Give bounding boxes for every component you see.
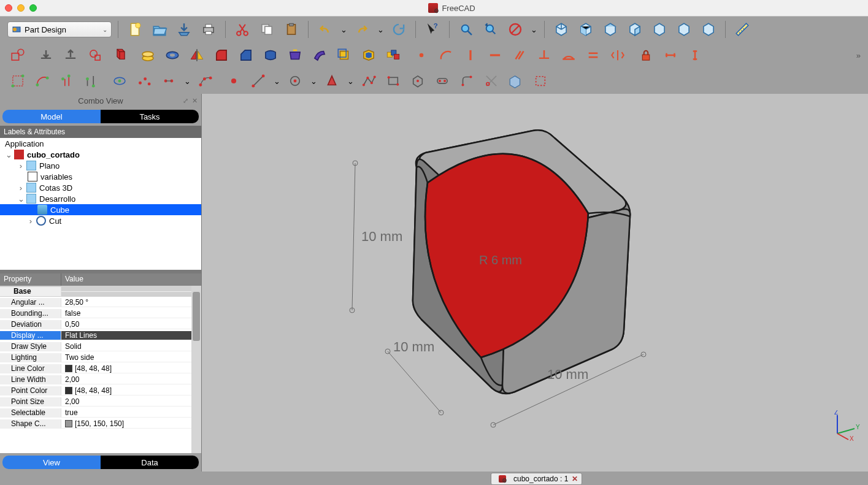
constraint-lock-button[interactable] <box>636 45 656 65</box>
constraint-arc-button[interactable] <box>436 45 456 65</box>
draw-style-button[interactable] <box>505 20 526 39</box>
prop-pointcolor[interactable]: Point Color <box>0 386 61 395</box>
workbench-selector[interactable]: Part Design ⌄ <box>7 21 112 37</box>
tree-item-cut[interactable]: Cut <box>48 216 61 226</box>
save-button[interactable] <box>174 20 194 39</box>
disclosure-icon[interactable]: › <box>27 216 34 226</box>
constraint-tangent-button[interactable] <box>558 45 579 65</box>
tree-item-doc[interactable]: cubo_cortado <box>26 150 80 159</box>
zoom-selection-button[interactable] <box>480 20 501 39</box>
redo-button[interactable] <box>351 20 372 39</box>
tree-item-variables[interactable]: variables <box>39 172 72 181</box>
minimize-button[interactable] <box>17 4 25 12</box>
tab-data[interactable]: Data <box>101 456 199 469</box>
maximize-button[interactable] <box>29 4 37 12</box>
constraint-distance-h-button[interactable] <box>660 45 681 65</box>
constraint-symmetric-button[interactable] <box>607 45 628 65</box>
tree-item-cotas[interactable]: Cotas 3D <box>38 183 72 193</box>
export-button[interactable] <box>60 45 81 65</box>
scrollbar[interactable] <box>191 286 201 453</box>
sketch-point-button[interactable] <box>223 71 244 91</box>
import-button[interactable] <box>36 45 56 65</box>
sketch-line2-button[interactable] <box>248 71 269 91</box>
constraint-point-button[interactable] <box>411 45 432 65</box>
sketch-spline-button[interactable] <box>195 71 216 91</box>
prop-display[interactable]: Display ... <box>0 331 61 340</box>
tree-item-plano[interactable]: Plano <box>38 161 60 170</box>
panel-close-icon[interactable]: ✕ <box>192 97 198 105</box>
close-button[interactable] <box>5 4 12 12</box>
sketch-cone-button[interactable] <box>321 71 342 91</box>
3d-viewport[interactable]: 10 mm 10 mm 10 mm R 6 mm Z Y X <box>202 94 868 472</box>
tab-model[interactable]: Model <box>2 110 101 123</box>
constraint-equal-button[interactable] <box>583 45 604 65</box>
sketch-circle-button[interactable] <box>56 71 77 91</box>
zoom-fit-button[interactable] <box>456 20 477 39</box>
copy-button[interactable] <box>256 20 277 39</box>
box-primitive-button[interactable] <box>109 45 130 65</box>
refresh-button[interactable] <box>388 20 409 39</box>
sketch-cone-dropdown[interactable]: ⌄ <box>346 77 355 86</box>
sketch-line-dropdown[interactable]: ⌄ <box>272 77 281 86</box>
panel-expand-icon[interactable]: ⤢ <box>183 97 188 105</box>
new-file-button[interactable] <box>125 20 145 39</box>
chamfer-button[interactable] <box>236 45 256 65</box>
sketch-fillet-button[interactable] <box>456 71 477 91</box>
undo-dropdown[interactable]: ⌄ <box>339 25 348 34</box>
tab-view[interactable]: View <box>2 456 101 469</box>
loft-button[interactable] <box>285 45 305 65</box>
view-rear-button[interactable] <box>649 20 670 39</box>
disclosure-icon[interactable]: › <box>17 161 25 170</box>
axis-gizmo[interactable]: Z Y X <box>830 410 861 441</box>
prop-linewidth[interactable]: Line Width <box>0 375 61 384</box>
cut-button[interactable] <box>232 20 253 39</box>
tree-item-desarrollo[interactable]: Desarrollo <box>38 194 75 204</box>
compound-button[interactable] <box>383 45 404 65</box>
ruled-surface-button[interactable] <box>260 45 281 65</box>
shape-from-mesh-button[interactable] <box>85 45 106 65</box>
paste-button[interactable] <box>281 20 302 39</box>
prop-lighting[interactable]: Lighting <box>0 353 61 362</box>
extrude-button[interactable] <box>137 45 158 65</box>
sketch-ellipse-button[interactable] <box>109 71 130 91</box>
view-bottom-button[interactable] <box>674 20 694 39</box>
disclosure-icon[interactable]: ⌄ <box>17 194 25 204</box>
prop-selectable[interactable]: Selectable <box>0 408 61 418</box>
redo-dropdown[interactable]: ⌄ <box>376 25 385 34</box>
sketch-circle2-button[interactable] <box>285 71 305 91</box>
toolbar-overflow-icon[interactable]: » <box>856 51 861 60</box>
prop-shapecolor[interactable]: Shape C... <box>0 419 61 429</box>
sketch-rect-button[interactable] <box>81 71 102 91</box>
sketch-slot-dropdown[interactable]: ⌄ <box>183 77 191 86</box>
view-iso-button[interactable] <box>551 20 572 39</box>
sketch-polyline2-button[interactable] <box>358 71 379 91</box>
constraint-horizontal-button[interactable] <box>485 45 505 65</box>
mirror-button[interactable] <box>186 45 207 65</box>
view-right-button[interactable] <box>624 20 645 39</box>
sketch-slot-button[interactable] <box>158 71 179 91</box>
tree-view[interactable]: Application ⌄cubo_cortado ›Plano variabl… <box>0 138 201 270</box>
disclosure-icon[interactable]: ⌄ <box>5 150 12 159</box>
prop-linecolor[interactable]: Line Color <box>0 364 61 373</box>
view-front-button[interactable] <box>575 20 596 39</box>
sweep-button[interactable] <box>309 45 330 65</box>
measure-button[interactable] <box>732 20 753 39</box>
sketch-slot2-button[interactable] <box>432 71 453 91</box>
prop-bounding[interactable]: Bounding... <box>0 309 61 318</box>
open-file-button[interactable] <box>149 20 170 39</box>
draw-style-dropdown[interactable]: ⌄ <box>529 25 538 34</box>
sketch-construction-button[interactable] <box>530 71 551 91</box>
constraint-distance-v-button[interactable] <box>685 45 705 65</box>
close-tab-icon[interactable]: ✕ <box>572 475 578 483</box>
prop-deviation[interactable]: Deviation <box>0 320 61 329</box>
print-button[interactable] <box>198 20 219 39</box>
revolve-button[interactable] <box>162 45 183 65</box>
view-top-button[interactable] <box>600 20 621 39</box>
sketch-arc-button[interactable] <box>32 71 53 91</box>
offset-button[interactable] <box>334 45 355 65</box>
sketch-button[interactable] <box>7 45 28 65</box>
sketch-circle-dropdown[interactable]: ⌄ <box>309 77 318 86</box>
fillet-button[interactable] <box>211 45 232 65</box>
sketch-polygon-button[interactable] <box>407 71 428 91</box>
document-tab[interactable]: cubo_cortado : 1 ✕ <box>491 473 582 485</box>
